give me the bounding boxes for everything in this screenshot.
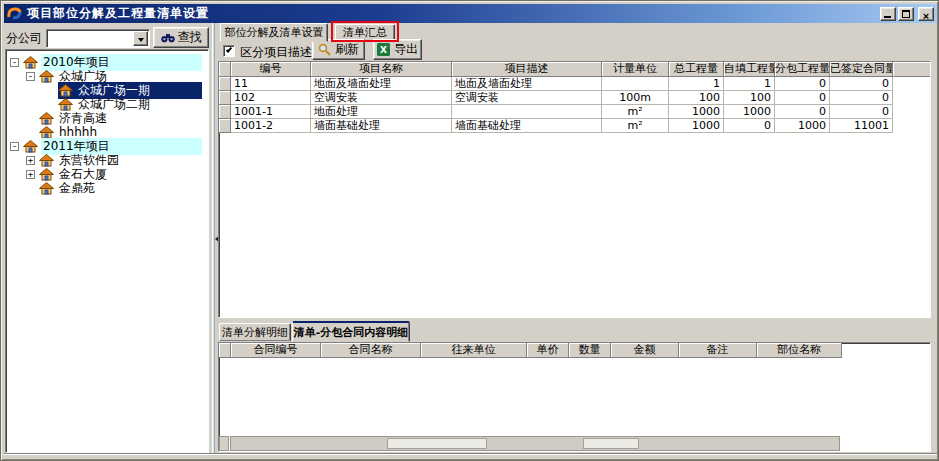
footer-panel-2[interactable]	[583, 438, 639, 449]
column-header[interactable]: 数量	[569, 343, 611, 358]
tab-list-subcontract-detail[interactable]: 清单-分包合同内容明细	[292, 321, 410, 342]
cell-sub-qty: 1000	[775, 119, 830, 133]
window-title: 项目部位分解及工程量清单设置	[27, 5, 209, 22]
tab-list-breakdown-detail[interactable]: 清单分解明细	[219, 323, 291, 341]
cell-unit: m²	[602, 119, 669, 133]
cell-total-qty: 100	[669, 91, 724, 105]
house-icon	[58, 84, 73, 97]
column-header[interactable]: 分包工程量	[775, 62, 830, 77]
house-icon	[39, 154, 54, 167]
cell-self-qty: 0	[724, 119, 775, 133]
cell-self-qty: 1	[724, 77, 775, 91]
house-icon	[39, 112, 54, 125]
collapse-minus-icon[interactable]: -	[10, 58, 19, 67]
house-icon	[23, 140, 38, 153]
footer-panel-1[interactable]	[387, 438, 487, 449]
row-indicator-header	[219, 343, 231, 358]
column-header[interactable]: 合同编号	[231, 343, 321, 358]
refresh-button-label: 刷新	[335, 41, 359, 58]
column-header[interactable]: 备注	[679, 343, 757, 358]
column-header[interactable]: 已签定合同量	[830, 62, 893, 77]
column-header[interactable]: 自填工程量	[724, 62, 775, 77]
maximize-button[interactable]	[898, 7, 914, 21]
close-button[interactable]: ×	[918, 7, 934, 21]
cell-name: 地面处理	[311, 105, 452, 119]
cell-description: 地面及墙面处理	[452, 77, 602, 91]
column-header[interactable]: 项目描述	[452, 62, 602, 77]
collapse-minus-icon[interactable]: -	[10, 142, 19, 151]
checkmark-icon	[226, 46, 232, 52]
column-header[interactable]: 部位名称	[757, 343, 842, 358]
filter-checkbox-label: 区分项目描述	[240, 44, 312, 61]
annotation-box	[331, 21, 399, 42]
minimize-icon	[884, 16, 891, 18]
cell-total-qty: 1000	[669, 105, 724, 119]
table-row[interactable]: 1001-2 墙面基础处理 墙面基础处理 m² 1000 0 1000 1100…	[219, 119, 930, 133]
table-row[interactable]: 1001-1 地面处理 m² 1000 1000 0 0	[219, 105, 930, 119]
cell-sub-qty: 0	[775, 77, 830, 91]
cell-code: 1001-1	[231, 105, 311, 119]
cell-name: 地面及墙面处理	[311, 77, 452, 91]
summary-grid-header: 编号 项目名称 项目描述 计量单位 总工程量 自填工程量 分包工程量 已签定合同…	[219, 62, 930, 77]
column-header[interactable]: 编号	[231, 62, 311, 77]
company-select-dropdown-button[interactable]	[133, 31, 148, 46]
column-header[interactable]: 计量单位	[602, 62, 669, 77]
collapse-minus-icon[interactable]: -	[26, 72, 35, 81]
cell-code: 102	[231, 91, 311, 105]
tree-item-jinding-garden[interactable]: 金鼎苑	[6, 181, 208, 195]
close-icon: ×	[923, 10, 929, 22]
cell-unit: 100m	[602, 91, 669, 105]
cell-unit: m²	[602, 105, 669, 119]
export-button[interactable]: X 导出	[373, 39, 422, 60]
footer-corner-box	[219, 436, 229, 451]
excel-icon: X	[377, 43, 390, 56]
row-indicator	[219, 77, 231, 91]
splitter[interactable]	[209, 23, 218, 453]
window-controls: ×	[880, 7, 934, 21]
refresh-button[interactable]: 刷新	[312, 39, 365, 60]
cell-signed-qty: 0	[830, 77, 893, 91]
maximize-icon	[902, 10, 910, 18]
tree-item-jinshi-tower[interactable]: + 金石大厦	[6, 167, 208, 181]
column-header[interactable]: 项目名称	[311, 62, 452, 77]
cell-signed-qty: 0	[830, 91, 893, 105]
column-header[interactable]: 合同名称	[321, 343, 421, 358]
export-button-label: 导出	[394, 41, 418, 58]
row-indicator	[219, 105, 231, 119]
row-indicator	[219, 91, 231, 105]
cell-unit	[602, 77, 669, 91]
column-header[interactable]: 往来单位	[421, 343, 527, 358]
detail-grid-header: 合同编号 合同名称 往来单位 单价 数量 金额 备注 部位名称	[219, 343, 930, 358]
cell-name: 墙面基础处理	[311, 119, 452, 133]
cell-description: 空调安装	[452, 91, 602, 105]
cell-total-qty: 1000	[669, 119, 724, 133]
expand-plus-icon[interactable]: +	[26, 156, 35, 165]
row-indicator-header	[219, 62, 231, 77]
minimize-button[interactable]	[880, 7, 896, 21]
expand-plus-icon[interactable]: +	[26, 170, 35, 179]
column-header[interactable]: 金额	[611, 343, 679, 358]
tab-part-breakdown-settings[interactable]: 部位分解及清单设置	[220, 23, 328, 42]
cell-code: 1001-2	[231, 119, 311, 133]
tree-item-jiqing-expressway[interactable]: 济青高速	[6, 111, 208, 125]
house-icon	[39, 182, 54, 195]
house-icon	[23, 56, 38, 69]
filter-checkbox[interactable]	[223, 45, 235, 57]
tree-item-label: 金鼎苑	[57, 180, 97, 197]
table-row[interactable]: 11 地面及墙面处理 地面及墙面处理 1 1 0 0	[219, 77, 930, 91]
cell-description: 墙面基础处理	[452, 119, 602, 133]
chevron-down-icon	[138, 38, 144, 45]
column-header[interactable]: 总工程量	[669, 62, 724, 77]
company-label: 分公司	[6, 30, 42, 47]
summary-grid: 编号 项目名称 项目描述 计量单位 总工程量 自填工程量 分包工程量 已签定合同…	[218, 61, 931, 318]
company-select[interactable]	[46, 29, 150, 48]
svg-text:X: X	[380, 45, 387, 55]
cell-sub-qty: 0	[775, 105, 830, 119]
cell-self-qty: 100	[724, 91, 775, 105]
table-row[interactable]: 102 空调安装 空调安装 100m 100 100 0 0	[219, 91, 930, 105]
house-icon	[39, 70, 54, 83]
search-button[interactable]: 查找	[153, 27, 209, 48]
row-indicator	[219, 119, 231, 133]
cell-total-qty: 1	[669, 77, 724, 91]
column-header[interactable]: 单价	[527, 343, 569, 358]
